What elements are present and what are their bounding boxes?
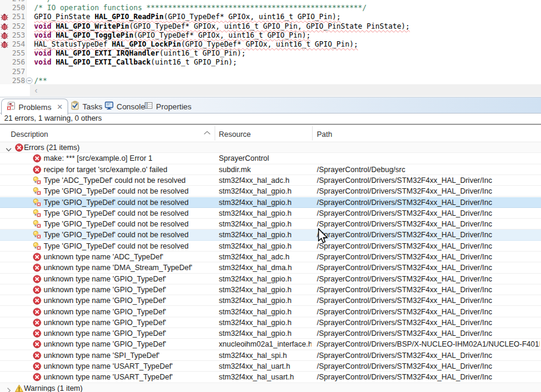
path-cell: /SprayerControl/Drivers/STM32F4xx_HAL_Dr… — [317, 208, 540, 219]
horizontal-scrollbar[interactable]: ‹ — [30, 84, 541, 96]
semantic-icon — [33, 231, 41, 241]
semantic-icon — [33, 187, 41, 198]
resource-cell: stm32f4xx_hal_gpio.h — [219, 219, 311, 229]
code-line[interactable]: 251GPIO_PinState HAL_GPIO_ReadPin(GPIO_T… — [0, 13, 541, 22]
description-cell: unknown type name 'GPIO_TypeDef' — [44, 328, 212, 339]
problem-row[interactable]: unknown type name 'GPIO_TypeDef'stm32f4x… — [0, 328, 541, 339]
problem-row[interactable]: make: *** [src/example.o] Error 1Sprayer… — [0, 153, 541, 164]
description-cell: Type 'ADC_TypeDef' could not be resolved — [44, 175, 212, 186]
code-line[interactable]: 252void HAL_GPIO_WritePin(GPIO_TypeDef* … — [0, 22, 541, 31]
problem-row[interactable]: Type 'GPIO_TypeDef' could not be resolve… — [0, 197, 541, 208]
column-header-resource[interactable]: Resource — [219, 130, 251, 139]
path-cell: /SprayerControl/Drivers/STM32F4xx_HAL_Dr… — [317, 241, 540, 252]
problem-row[interactable]: unknown type name 'GPIO_TypeDef'stm32f4x… — [0, 295, 541, 306]
problems-summary: 21 errors, 1 warning, 0 others — [0, 114, 541, 124]
code-line[interactable]: 257 — [0, 68, 541, 76]
code-line[interactable]: 254HAL_StatusTypeDef HAL_GPIO_LockPin(GP… — [0, 40, 541, 49]
resource-cell: stm32f4xx_hal_gpio.h — [219, 307, 311, 317]
problem-row[interactable]: Type 'ADC_TypeDef' could not be resolved… — [0, 175, 541, 186]
semantic-icon — [33, 242, 41, 253]
description-cell: unknown type name 'GPIO_TypeDef' — [44, 317, 212, 328]
code-text: HAL_StatusTypeDef HAL_GPIO_LockPin(GPIO_… — [34, 40, 358, 49]
group-row[interactable]: Warnings (1 item) — [0, 383, 541, 392]
problem-row[interactable]: Type 'GPIO_TypeDef' could not be resolve… — [0, 219, 541, 229]
problem-row[interactable]: unknown type name 'GPIO_TypeDef'stm32f4x… — [0, 317, 541, 328]
error-icon — [33, 351, 41, 362]
problem-row[interactable]: Type 'GPIO_TypeDef' could not be resolve… — [0, 241, 541, 252]
problems-table: Errors (21 items)make: *** [src/example.… — [0, 142, 541, 392]
path-cell: /SprayerControl/Drivers/STM32F4xx_HAL_Dr… — [317, 361, 540, 372]
description-cell: Type 'GPIO_TypeDef' could not be resolve… — [44, 197, 212, 208]
error-icon — [33, 308, 41, 318]
problem-row[interactable]: Type 'GPIO_TypeDef' could not be resolve… — [0, 186, 541, 197]
column-header-path[interactable]: Path — [317, 130, 332, 139]
problem-row[interactable]: unknown type name 'ADC_TypeDef'stm32f4xx… — [0, 252, 541, 262]
chevron-right-icon[interactable] — [5, 385, 12, 392]
close-icon[interactable]: ✕ — [57, 103, 63, 111]
column-header-description[interactable]: Description — [11, 130, 48, 139]
error-bug-marker-icon[interactable] — [1, 13, 10, 21]
column-divider[interactable] — [215, 126, 215, 140]
line-number: 254 — [9, 40, 25, 49]
problem-row[interactable]: unknown type name 'USART_TypeDef'stm32f4… — [0, 372, 541, 382]
code-line[interactable]: 255void HAL_GPIO_EXTI_IRQHandler(uint16_… — [0, 49, 541, 58]
problem-row[interactable]: unknown type name 'DMA_Stream_TypeDef'st… — [0, 262, 541, 273]
path-cell: /SprayerControl/Drivers/STM32F4xx_HAL_Dr… — [317, 252, 540, 262]
resource-cell: stm32f4xx_hal_gpio.h — [219, 317, 311, 328]
problems-icon — [7, 102, 16, 112]
description-cell: unknown type name 'GPIO_TypeDef' — [44, 307, 212, 317]
error-bug-marker-icon[interactable] — [1, 32, 10, 39]
line-number: 255 — [9, 49, 25, 58]
problem-row[interactable]: unknown type name 'SPI_TypeDef'stm32f4xx… — [0, 350, 541, 361]
description-cell: Type 'GPIO_TypeDef' could not be resolve… — [44, 219, 212, 229]
description-cell: unknown type name 'USART_TypeDef' — [44, 372, 212, 382]
code-line[interactable]: 256void HAL_GPIO_EXTI_Callback(uint16_t … — [0, 58, 541, 67]
resource-cell: stm32f4xx_hal_gpio.h — [219, 284, 311, 295]
description-cell: unknown type name 'GPIO_TypeDef' — [44, 274, 212, 284]
resource-cell: stm32f4xx_hal_gpio.h — [219, 274, 311, 284]
code-text: void HAL_GPIO_EXTI_Callback(uint16_t GPI… — [34, 58, 237, 67]
code-editor[interactable]: 249 */250/* IO operation functions *****… — [0, 0, 541, 97]
column-divider[interactable] — [312, 126, 313, 140]
resource-cell: stm32f4xx_hal_gpio.h — [219, 186, 311, 197]
path-cell: /SprayerControl/Drivers/STM32F4xx_HAL_Dr… — [317, 350, 540, 361]
tab-problems[interactable]: Problems ✕ — [1, 99, 68, 115]
path-cell: /SprayerControl/Drivers/STM32F4xx_HAL_Dr… — [317, 317, 540, 328]
description-cell: Errors (21 items) — [24, 142, 212, 153]
problem-row[interactable]: Type 'GPIO_TypeDef' could not be resolve… — [0, 229, 541, 240]
warning-icon — [15, 384, 23, 392]
line-number: 250 — [9, 4, 25, 13]
path-cell: /SprayerControl/Drivers/STM32F4xx_HAL_Dr… — [317, 372, 540, 382]
scroll-left-icon[interactable]: ‹ — [35, 85, 38, 96]
tab-properties[interactable]: Properties — [139, 99, 196, 114]
resource-cell: stm32f4xx_hal_usart.h — [219, 372, 311, 382]
group-row[interactable]: Errors (21 items) — [0, 142, 541, 153]
resource-cell: stm32f4xx_hal_spi.h — [219, 350, 311, 361]
resource-cell: stm32f4xx_hal_gpio.h — [219, 328, 311, 339]
problem-row[interactable]: unknown type name 'GPIO_TypeDef'stm32f4x… — [0, 307, 541, 317]
problem-row[interactable]: unknown type name 'GPIO_TypeDef'stm32f4x… — [0, 284, 541, 295]
line-number: 257 — [9, 68, 25, 76]
problem-row[interactable]: unknown type name 'GPIO_TypeDef'stm32f4x… — [0, 274, 541, 284]
path-cell: /SprayerControl/Drivers/STM32F4xx_HAL_Dr… — [317, 262, 540, 273]
problem-row[interactable]: unknown type name 'USART_TypeDef'stm32f4… — [0, 361, 541, 372]
description-cell: Type 'GPIO_TypeDef' could not be resolve… — [44, 208, 212, 219]
problem-row[interactable]: unknown type name 'GPIO_TypeDef'xnucleoi… — [0, 339, 541, 350]
resource-cell: stm32f4xx_hal_gpio.h — [219, 229, 311, 240]
error-bug-marker-icon[interactable] — [1, 23, 10, 30]
description-cell: unknown type name 'DMA_Stream_TypeDef' — [44, 262, 212, 273]
code-line[interactable]: 253void HAL_GPIO_TogglePin(GPIO_TypeDef*… — [0, 31, 541, 40]
code-line[interactable]: 250/* IO operation functions ***********… — [0, 4, 541, 13]
line-number: 256 — [9, 58, 25, 67]
problem-row[interactable]: Type 'GPIO_TypeDef' could not be resolve… — [0, 208, 541, 219]
error-icon — [33, 329, 41, 340]
path-cell: /SprayerControl/Drivers/STM32F4xx_HAL_Dr… — [317, 274, 540, 284]
error-bug-marker-icon[interactable] — [1, 41, 10, 48]
semantic-icon — [33, 220, 41, 231]
error-icon — [33, 264, 41, 274]
semantic-icon — [33, 209, 41, 220]
problem-row[interactable]: recipe for target 'src/example.o' failed… — [0, 164, 541, 175]
description-cell: unknown type name 'ADC_TypeDef' — [44, 252, 212, 262]
error-icon — [33, 154, 41, 165]
path-cell: /SprayerControl/Debug/src — [317, 164, 540, 175]
